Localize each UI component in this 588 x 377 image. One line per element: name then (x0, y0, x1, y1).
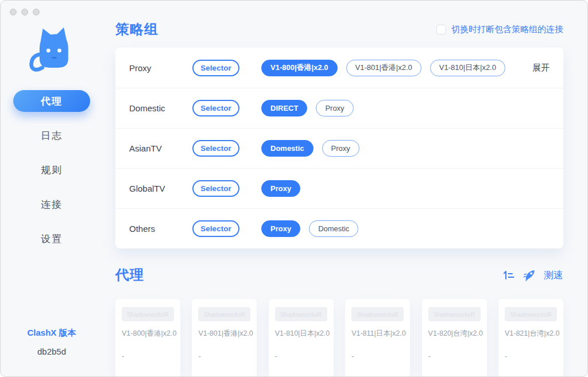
policy-group-row: Domestic Selector DIRECT Proxy (115, 88, 563, 128)
version-info: ClashX 版本 db2b5d (1, 328, 103, 356)
group-options: V1-800|香港|x2.0 V1-801|香港|x2.0 V1-810|日本|… (261, 60, 505, 76)
sidebar-item-rules[interactable]: 规则 (13, 159, 90, 181)
proxies-header: 代理 测速 (115, 266, 563, 284)
proxy-option-selected[interactable]: DIRECT (261, 100, 307, 116)
proxy-type-badge: ShadowsocksR (275, 307, 327, 321)
clashx-dashboard-window: 代理 日志 规则 连接 设置 ClashX 版本 db2b5d 策略组 切换时打… (0, 0, 588, 377)
policy-group-row: Proxy Selector V1-800|香港|x2.0 V1-801|香港|… (115, 48, 563, 88)
group-name: GlobalTV (129, 184, 192, 193)
proxy-type-badge: ShadowsocksR (198, 307, 250, 321)
sidebar-item-label: 连接 (41, 198, 63, 211)
policy-group-row: GlobalTV Selector Proxy (115, 168, 563, 208)
main-content: 策略组 切换时打断包含策略组的连接 Proxy Selector V1-800|… (115, 1, 563, 377)
policy-groups-card: Proxy Selector V1-800|香港|x2.0 V1-801|香港|… (115, 48, 563, 248)
sidebar-item-label: 代理 (41, 95, 63, 108)
expand-button[interactable]: 展开 (532, 63, 550, 73)
proxy-type-badge: ShadowsocksR (351, 307, 404, 321)
proxy-name: V1-800|香港|x2.0 (122, 329, 174, 339)
minimize-button[interactable] (21, 9, 28, 15)
proxy-card[interactable]: ShadowsocksR V1-801|香港|x2.0 - (192, 299, 257, 377)
window-controls (10, 9, 40, 15)
break-connections-label: 切换时打断包含策略组的连接 (451, 24, 563, 35)
proxy-card[interactable]: ShadowsocksR V1-821|台湾|x2.0 - (498, 299, 563, 377)
group-name: AsianTV (129, 143, 192, 153)
group-name: Others (129, 224, 192, 234)
proxy-type-badge: ShadowsocksR (428, 307, 481, 321)
proxy-type-badge: ShadowsocksR (505, 307, 557, 321)
proxy-name: V1-821|台湾|x2.0 (505, 329, 557, 339)
policy-group-row: Others Selector Proxy Domestic (115, 208, 563, 248)
selector-type-button[interactable]: Selector (192, 140, 239, 157)
proxy-latency: - (428, 352, 431, 360)
rocket-icon[interactable] (523, 269, 536, 281)
proxy-option[interactable]: V1-801|香港|x2.0 (346, 60, 421, 76)
proxy-option[interactable]: Proxy (322, 140, 359, 157)
version-label: ClashX 版本 (1, 328, 103, 339)
proxy-latency: - (198, 352, 200, 360)
proxy-latency: - (505, 352, 507, 360)
speedtest-button[interactable]: 测速 (544, 269, 563, 282)
proxy-option[interactable]: V1-810|日本|x2.0 (430, 60, 505, 76)
proxy-option[interactable]: Domestic (309, 220, 358, 237)
proxy-option-selected[interactable]: Proxy (261, 180, 300, 197)
sort-ascending-icon[interactable] (502, 269, 515, 281)
selector-type-button[interactable]: Selector (192, 180, 239, 197)
proxy-card[interactable]: ShadowsocksR V1-820|台湾|x2.0 - (422, 299, 487, 377)
close-button[interactable] (10, 9, 17, 15)
selector-type-button[interactable]: Selector (192, 100, 239, 116)
proxy-name: V1-811|日本|x2.0 (351, 329, 404, 339)
proxy-latency: - (122, 352, 124, 360)
sidebar-item-label: 设置 (41, 232, 63, 246)
sidebar: 代理 日志 规则 连接 设置 ClashX 版本 db2b5d (1, 1, 103, 377)
group-name: Proxy (129, 63, 192, 73)
policy-groups-header: 策略组 切换时打断包含策略组的连接 (115, 20, 563, 38)
proxy-latency: - (275, 352, 277, 360)
proxy-option[interactable]: Proxy (316, 100, 353, 116)
group-options: Domestic Proxy (261, 140, 359, 157)
proxies-title: 代理 (115, 266, 144, 284)
policy-groups-title: 策略组 (115, 20, 158, 38)
zoom-button[interactable] (33, 9, 40, 15)
sidebar-item-connections[interactable]: 连接 (13, 193, 90, 215)
proxy-name: V1-810|日本|x2.0 (275, 329, 327, 339)
proxy-option-selected[interactable]: V1-800|香港|x2.0 (261, 60, 338, 76)
proxy-latency: - (351, 352, 354, 360)
proxy-card[interactable]: ShadowsocksR V1-810|日本|x2.0 - (269, 299, 334, 377)
clashx-cat-logo (24, 24, 79, 81)
version-hash: db2b5d (1, 347, 103, 356)
proxies-tools: 测速 (502, 269, 563, 282)
sidebar-item-settings[interactable]: 设置 (13, 228, 90, 250)
sidebar-item-label: 日志 (41, 129, 63, 142)
break-connections-checkbox[interactable] (436, 25, 446, 34)
selector-type-button[interactable]: Selector (192, 60, 239, 76)
selector-type-button[interactable]: Selector (192, 220, 239, 237)
policy-group-row: AsianTV Selector Domestic Proxy (115, 128, 563, 168)
group-options: Proxy Domestic (261, 220, 358, 237)
proxy-card[interactable]: ShadowsocksR V1-800|香港|x2.0 - (115, 299, 180, 377)
proxy-cards-grid: ShadowsocksR V1-800|香港|x2.0 - Shadowsock… (115, 299, 563, 377)
sidebar-nav: 代理 日志 规则 连接 设置 (13, 90, 90, 262)
break-connections-option: 切换时打断包含策略组的连接 (436, 24, 563, 35)
proxy-name: V1-801|香港|x2.0 (198, 329, 250, 339)
proxy-option-selected[interactable]: Domestic (261, 140, 314, 157)
sidebar-item-logs[interactable]: 日志 (13, 125, 90, 146)
proxy-card[interactable]: ShadowsocksR V1-811|日本|x2.0 - (345, 299, 410, 377)
proxy-option-selected[interactable]: Proxy (261, 220, 300, 237)
group-options: DIRECT Proxy (261, 100, 354, 116)
group-options: Proxy (261, 180, 300, 197)
sidebar-item-label: 规则 (41, 164, 63, 177)
proxy-name: V1-820|台湾|x2.0 (428, 329, 481, 339)
proxy-type-badge: ShadowsocksR (122, 307, 174, 321)
group-name: Domestic (129, 103, 192, 113)
sidebar-item-proxies[interactable]: 代理 (13, 90, 90, 112)
